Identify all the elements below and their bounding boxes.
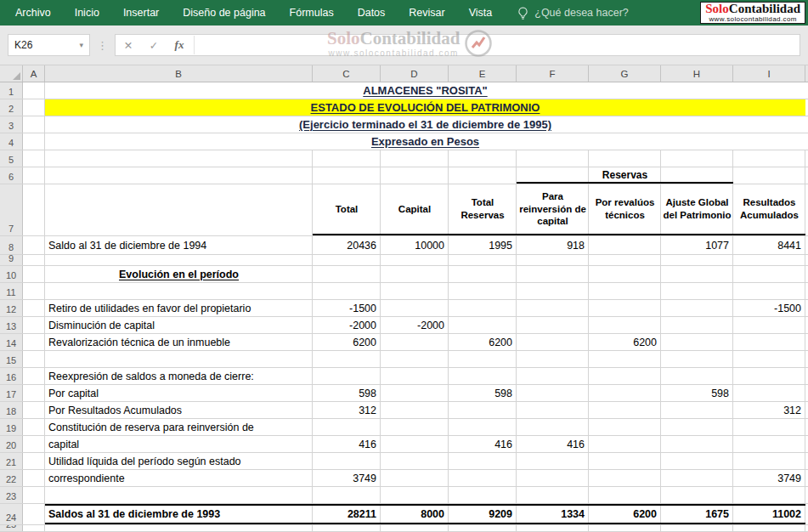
name-box[interactable]: K26 ▾ xyxy=(8,34,90,56)
cancel-icon[interactable]: ✕ xyxy=(116,39,141,52)
insert-function-icon[interactable]: fx xyxy=(167,38,192,52)
tab-archivo[interactable]: Archivo xyxy=(3,0,63,25)
cell-D24[interactable]: 8000 xyxy=(381,504,449,524)
cell-B18[interactable]: Por Resultados Acumulados xyxy=(45,402,313,418)
column-header-B[interactable]: B xyxy=(45,65,313,82)
cell-C8[interactable]: 20436 xyxy=(313,236,381,254)
tell-me-box[interactable]: ¿Qué desea hacer? xyxy=(517,7,629,20)
row-header-8[interactable]: 8 xyxy=(0,236,23,254)
formula-input[interactable] xyxy=(196,35,800,55)
cell-I12[interactable]: -1500 xyxy=(733,300,805,316)
cell-B24[interactable]: Saldos al 31 de diciembre de 1993 xyxy=(45,504,313,524)
row-header-15[interactable]: 15 xyxy=(0,351,23,367)
cell-H24[interactable]: 1675 xyxy=(661,504,733,524)
row-header-10[interactable]: 10 xyxy=(0,266,23,282)
tab-revisar[interactable]: Revisar xyxy=(397,0,456,25)
select-all-corner[interactable] xyxy=(0,65,23,82)
cell-B14[interactable]: Revalorización técnica de un inmueble xyxy=(45,334,313,350)
cell-D7[interactable]: Capital xyxy=(381,184,449,235)
cell-E24[interactable]: 9209 xyxy=(449,504,517,524)
cell-F24[interactable]: 1334 xyxy=(517,504,589,524)
cell-C17[interactable]: 598 xyxy=(313,385,381,401)
cell-I8[interactable]: 8441 xyxy=(733,236,805,254)
tab-diseno-de-pagina[interactable]: Diseño de página xyxy=(171,0,277,25)
row-header-18[interactable]: 18 xyxy=(0,402,23,418)
column-header-I[interactable]: I xyxy=(733,65,805,82)
cell-B19[interactable]: Constitución de reserva para reinversión… xyxy=(45,419,313,435)
cell-C20[interactable]: 416 xyxy=(313,436,381,452)
cell-B17[interactable]: Por capital xyxy=(45,385,313,401)
column-header-D[interactable]: D xyxy=(381,65,449,82)
name-box-caret-icon[interactable]: ▾ xyxy=(79,41,83,49)
cell-C7[interactable]: Total xyxy=(313,184,381,235)
column-header-E[interactable]: E xyxy=(449,65,517,82)
column-header-H[interactable]: H xyxy=(661,65,733,82)
cell-B10[interactable]: Evolución en el período xyxy=(45,266,313,282)
cell-C14[interactable]: 6200 xyxy=(313,334,381,350)
cell-H17[interactable]: 598 xyxy=(661,385,733,401)
cell-H7[interactable]: Ajuste Global del Patrimonio xyxy=(661,184,733,235)
cell-H8[interactable]: 1077 xyxy=(661,236,733,254)
cell-I7[interactable]: Resultados Acumulados xyxy=(733,184,805,235)
cell-E7[interactable]: Total Reservas xyxy=(449,184,517,235)
cell-C12[interactable]: -1500 xyxy=(313,300,381,316)
row-header-19[interactable]: 19 xyxy=(0,419,23,435)
column-header-G[interactable]: G xyxy=(589,65,661,82)
cell-D13[interactable]: -2000 xyxy=(381,317,449,333)
tab-formulas[interactable]: Fórmulas xyxy=(278,0,346,25)
cell-B22[interactable]: correspondiente xyxy=(45,470,313,486)
cell-C18[interactable]: 312 xyxy=(313,402,381,418)
row-header-9[interactable]: 9 xyxy=(0,255,23,265)
cell-I24[interactable]: 11002 xyxy=(733,504,805,524)
cell-B20[interactable]: capital xyxy=(45,436,313,452)
tab-inicio[interactable]: Inicio xyxy=(63,0,111,25)
row-header-13[interactable]: 13 xyxy=(0,317,23,333)
row-header-3[interactable]: 3 xyxy=(0,116,23,133)
cell-title-period[interactable]: (Ejercicio terminado el 31 de diciembre … xyxy=(45,116,805,133)
cell-F7[interactable]: Para reinversión de capital xyxy=(517,184,589,235)
cell-reservas-group-header[interactable]: Reservas xyxy=(517,167,733,184)
cell-E8[interactable]: 1995 xyxy=(449,236,517,254)
cell-B8[interactable]: Saldo al 31 de diciembre de 1994 xyxy=(45,236,313,254)
row-header-1[interactable]: 1 xyxy=(0,82,23,99)
cell-C24[interactable]: 28211 xyxy=(313,504,381,524)
cell-title-statement[interactable]: ESTADO DE EVOLUCIÓN DEL PATRIMONIO xyxy=(45,99,805,116)
cell-C13[interactable]: -2000 xyxy=(313,317,381,333)
row-header-22[interactable]: 22 xyxy=(0,470,23,486)
cell-F20[interactable]: 416 xyxy=(517,436,589,452)
cell-title-company[interactable]: ALMACENES "ROSITA" xyxy=(45,82,805,99)
row-header-21[interactable]: 21 xyxy=(0,453,23,469)
cell-I22[interactable]: 3749 xyxy=(733,470,805,486)
row-header-14[interactable]: 14 xyxy=(0,334,23,350)
row-header-5[interactable]: 5 xyxy=(0,150,23,167)
cell-D8[interactable]: 10000 xyxy=(381,236,449,254)
cell-B13[interactable]: Disminución de capital xyxy=(45,317,313,333)
tab-vista[interactable]: Vista xyxy=(457,0,505,25)
cell-B16[interactable]: Reexpresión de saldos a moneda de cierre… xyxy=(45,368,313,384)
enter-icon[interactable]: ✓ xyxy=(141,39,167,52)
row-header-2[interactable]: 2 xyxy=(0,99,23,116)
row-header-4[interactable]: 4 xyxy=(0,133,23,150)
row-header-7[interactable]: 7 xyxy=(0,184,23,235)
row-header-6[interactable]: 6 xyxy=(0,167,23,184)
cell-B12[interactable]: Retiro de utilidades en favor del propie… xyxy=(45,300,313,316)
cell-I18[interactable]: 312 xyxy=(733,402,805,418)
row-header-24[interactable]: 24 xyxy=(0,504,23,524)
tab-insertar[interactable]: Insertar xyxy=(111,0,171,25)
cell-F8[interactable]: 918 xyxy=(517,236,589,254)
cell-G24[interactable]: 6200 xyxy=(589,504,661,524)
cell-G14[interactable]: 6200 xyxy=(589,334,661,350)
row-header-25[interactable]: 25 xyxy=(0,525,23,531)
cell-title-currency[interactable]: Expresado en Pesos xyxy=(45,133,805,150)
cell-E14[interactable]: 6200 xyxy=(449,334,517,350)
column-header-F[interactable]: F xyxy=(517,65,589,82)
row-header-17[interactable]: 17 xyxy=(0,385,23,401)
cell-E17[interactable]: 598 xyxy=(449,385,517,401)
row-header-16[interactable]: 16 xyxy=(0,368,23,384)
tab-datos[interactable]: Datos xyxy=(346,0,398,25)
cell-E20[interactable]: 416 xyxy=(449,436,517,452)
row-header-20[interactable]: 20 xyxy=(0,436,23,452)
row-header-23[interactable]: 23 xyxy=(0,487,23,503)
cell-G7[interactable]: Por revalúos técnicos xyxy=(589,184,661,235)
column-header-A[interactable]: A xyxy=(23,65,45,82)
